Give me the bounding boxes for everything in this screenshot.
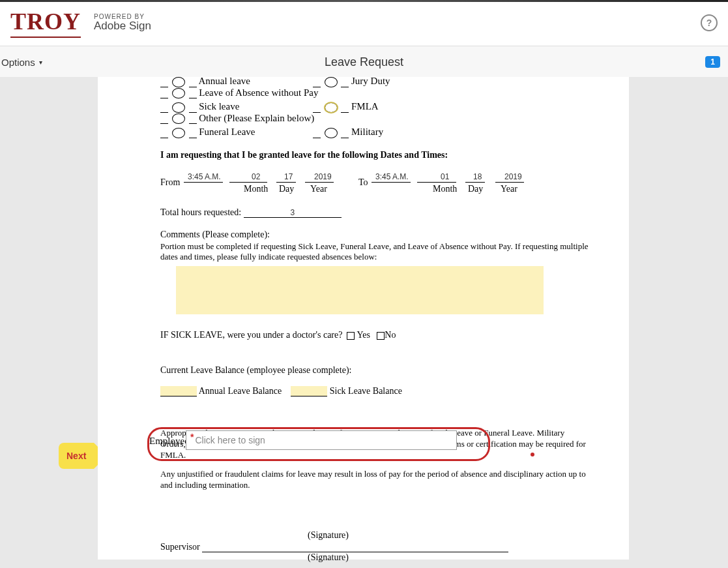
leave-type-other: Other (Please Explain below) <box>199 113 314 123</box>
from-month[interactable]: 02 <box>252 172 260 181</box>
supervisor-signature-row: Supervisor <box>160 542 590 552</box>
employee-signature-caption: (Signature) <box>308 530 590 541</box>
options-label: Options <box>1 57 35 68</box>
document-title: Leave Request <box>325 55 403 69</box>
fmla-radio[interactable] <box>325 102 338 113</box>
leave-type-annual: Annual leave <box>198 77 250 86</box>
doctor-yes-checkbox[interactable] <box>347 332 355 340</box>
powered-by: POWERED BY Adobe Sign <box>94 13 151 33</box>
supervisor-signature-caption: (Signature) <box>308 552 590 563</box>
yes-label: Yes <box>357 330 370 340</box>
employee-signature-field[interactable]: * Click here to sign <box>186 430 457 450</box>
request-statement: I am requesting that I be granted leave … <box>160 150 590 160</box>
document-page: Annual leave Jury Duty Leave of Absence … <box>98 77 629 560</box>
required-asterisk-icon: * <box>190 432 194 442</box>
options-menu[interactable]: Options ▾ <box>0 57 42 68</box>
next-field-pointer[interactable]: Next <box>59 443 94 469</box>
from-month-cap: Month <box>244 184 268 194</box>
annual-balance-label: Annual Leave Balance <box>199 386 282 396</box>
dates-row: From 3:45 A.M. 02 Month 17 Day 2019 Year… <box>160 167 590 193</box>
leave-type-row-2: Sick leave FMLA Other (Please Explain be… <box>160 101 590 124</box>
to-year-cap: Year <box>501 184 517 194</box>
to-month-cap: Month <box>433 184 457 194</box>
comments-note: Portion must be completed if requesting … <box>160 241 590 263</box>
page-content: Annual leave Jury Duty Leave of Absence … <box>160 77 590 568</box>
sick-question: IF SICK LEAVE, were you under a doctor's… <box>160 330 342 340</box>
from-label: From <box>160 177 180 188</box>
leave-type-row-1: Annual leave Jury Duty Leave of Absence … <box>160 77 590 98</box>
leave-type-loa: Leave of Absence without Pay <box>199 87 318 98</box>
from-year[interactable]: 2019 <box>314 172 332 181</box>
sick-balance-input[interactable] <box>291 386 327 396</box>
leave-type-fmla: FMLA <box>351 101 379 112</box>
from-time[interactable]: 3:45 A.M. <box>188 172 221 181</box>
from-year-cap: Year <box>310 184 327 194</box>
to-day-cap: Day <box>468 184 483 194</box>
to-day[interactable]: 18 <box>473 172 482 181</box>
page-indicator[interactable]: 1 <box>705 56 720 68</box>
balance-title: Current Leave Balance (employee please c… <box>160 365 590 376</box>
top-bar: TROY POWERED BY Adobe Sign ? <box>0 0 728 46</box>
leave-type-military: Military <box>351 127 383 137</box>
annual-balance-input[interactable] <box>160 386 197 396</box>
leave-type-row-3: Funeral Leave Military <box>160 127 590 138</box>
hours-input[interactable]: 3 <box>244 208 342 218</box>
chevron-down-icon: ▾ <box>39 59 42 66</box>
next-label: Next <box>66 451 86 461</box>
hours-label: Total hours requested: <box>160 207 241 217</box>
to-year[interactable]: 2019 <box>504 172 522 181</box>
sick-balance-label: Sick Leave Balance <box>330 386 402 396</box>
supervisor-label: Supervisor <box>160 542 200 552</box>
toolbar: Options ▾ Leave Request 1 <box>0 46 728 78</box>
document-viewport: Next Annual leave Jury Duty Leave of Abs… <box>0 77 728 568</box>
comments-textarea[interactable] <box>176 266 544 314</box>
leave-type-funeral: Funeral Leave <box>199 127 255 137</box>
help-icon[interactable]: ? <box>701 14 718 31</box>
employee-label: Employee <box>149 436 189 447</box>
to-month[interactable]: 01 <box>441 172 449 181</box>
annotation-dot-icon <box>531 453 534 456</box>
powered-by-product: Adobe Sign <box>94 20 151 33</box>
leave-type-sick: Sick leave <box>199 101 239 112</box>
to-label: To <box>358 177 368 188</box>
sick-question-row: IF SICK LEAVE, were you under a doctor's… <box>160 330 590 340</box>
leave-type-jury: Jury Duty <box>351 77 390 86</box>
employee-signature-highlight: Employee * Click here to sign <box>147 427 490 461</box>
no-label: No <box>385 330 396 340</box>
brand-logo: TROY <box>10 8 81 38</box>
comments-title: Comments (Please complete): <box>160 230 590 240</box>
from-day[interactable]: 17 <box>284 172 293 181</box>
disclaimer-2: Any unjustified or fraudulent claims for… <box>160 469 590 491</box>
from-day-cap: Day <box>279 184 294 194</box>
doctor-no-checkbox[interactable] <box>377 332 385 340</box>
signature-placeholder: Click here to sign <box>195 435 265 445</box>
hours-row: Total hours requested: 3 <box>160 207 590 218</box>
balance-row: Annual Leave Balance Sick Leave Balance <box>160 386 590 396</box>
to-time[interactable]: 3:45 A.M. <box>375 172 409 181</box>
